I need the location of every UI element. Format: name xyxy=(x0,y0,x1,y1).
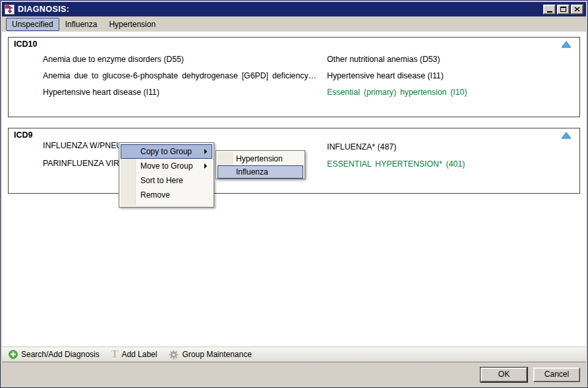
submenu-arrow-icon xyxy=(204,163,207,169)
diagnosis-item[interactable]: Other nutritional anemias (D53) xyxy=(327,55,440,64)
context-menu: Copy to Group Move to Group Sort to Here… xyxy=(119,142,214,208)
diagnosis-item[interactable]: Anemia due to enzyme disorders (D55) xyxy=(43,55,184,64)
icd9-header: ICD9 xyxy=(14,130,32,140)
diagnosis-item[interactable]: Essential (primary) hypertension (I10) xyxy=(327,88,467,97)
copy-to-group-submenu: Hypertension Influenza xyxy=(216,150,305,179)
content-area: ICD10 Anemia due to enzyme disorders (D5… xyxy=(2,32,586,346)
diagnosis-dialog: DIAGNOSIS: Unspecified Influenza Hyperte… xyxy=(0,0,588,388)
submenu-item-influenza[interactable]: Influenza xyxy=(218,165,303,179)
minimize-button[interactable] xyxy=(543,5,556,14)
footer-bar: OK Cancel xyxy=(2,362,586,386)
menu-item-sort-to-here[interactable]: Sort to Here xyxy=(121,173,212,188)
diagnosis-item[interactable]: INFLUENZA* (487) xyxy=(327,142,396,152)
diagnosis-item[interactable]: Hypertensive heart disease (I11) xyxy=(43,88,160,97)
search-add-diagnosis-button[interactable]: Search/Add Diagnosis xyxy=(9,350,100,359)
diagnosis-item[interactable]: Anemia due to glucose-6-phosphate dehydr… xyxy=(43,71,316,80)
gear-icon xyxy=(169,350,179,360)
menu-item-label: Sort to Here xyxy=(140,176,183,185)
diagnosis-item[interactable]: Hypertensive heart disease (I11) xyxy=(327,71,444,80)
menu-item-label: Copy to Group xyxy=(140,147,192,156)
menu-item-remove[interactable]: Remove xyxy=(121,188,212,202)
add-plus-icon xyxy=(9,350,18,359)
group-tabstrip: Unspecified Influenza Hypertension xyxy=(2,16,586,32)
cancel-button[interactable]: Cancel xyxy=(533,368,580,382)
close-icon xyxy=(574,7,580,12)
page-title: DIAGNOSIS: xyxy=(18,5,542,14)
ok-button[interactable]: OK xyxy=(481,368,527,382)
icd10-header: ICD10 xyxy=(14,40,37,49)
tab-hypertension[interactable]: Hypertension xyxy=(103,18,162,31)
add-label-label: Add Label xyxy=(121,350,157,359)
group-maintenance-label: Group Maintenance xyxy=(182,350,251,359)
group-maintenance-button[interactable]: Group Maintenance xyxy=(169,350,251,360)
maximize-button[interactable] xyxy=(557,5,570,14)
menu-item-copy-to-group[interactable]: Copy to Group xyxy=(121,144,212,159)
app-icon xyxy=(5,5,15,14)
menu-item-move-to-group[interactable]: Move to Group xyxy=(121,159,212,173)
menu-item-label: Move to Group xyxy=(140,161,192,171)
diagnosis-item[interactable]: ESSENTIAL HYPERTENSION* (401) xyxy=(327,159,465,169)
icd10-collapse-button[interactable] xyxy=(561,41,572,48)
bottom-toolbar: Search/Add Diagnosis T Add Label Group M… xyxy=(2,346,586,362)
tab-influenza[interactable]: Influenza xyxy=(59,18,103,31)
submenu-item-hypertension[interactable]: Hypertension xyxy=(218,152,303,165)
maximize-icon xyxy=(560,7,566,12)
menu-item-label: Hypertension xyxy=(236,154,283,163)
minimize-icon xyxy=(547,11,552,13)
add-label-button[interactable]: T Add Label xyxy=(111,350,158,359)
menu-item-label: Influenza xyxy=(236,167,268,177)
titlebar: DIAGNOSIS: xyxy=(2,2,586,16)
tab-unspecified[interactable]: Unspecified xyxy=(6,18,59,31)
icd9-collapse-button[interactable] xyxy=(561,132,572,139)
submenu-arrow-icon xyxy=(204,149,207,154)
diagnosis-item[interactable]: PARINFLUENZA VIRA xyxy=(43,159,125,168)
search-add-diagnosis-label: Search/Add Diagnosis xyxy=(21,350,100,359)
icd10-groupbox: ICD10 Anemia due to enzyme disorders (D5… xyxy=(8,37,580,117)
menu-item-label: Remove xyxy=(140,190,170,200)
close-button[interactable] xyxy=(571,5,583,14)
text-label-icon: T xyxy=(111,350,119,359)
